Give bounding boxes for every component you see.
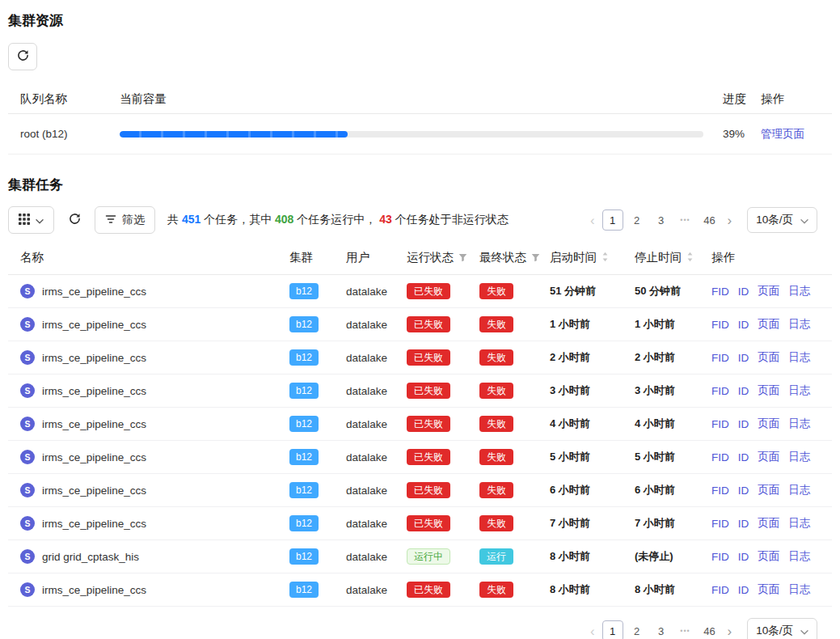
page-link[interactable]: 页面 xyxy=(758,582,779,597)
run-status-cell: 已失败 xyxy=(407,316,479,332)
pagination-page-2[interactable]: 2 xyxy=(627,209,648,231)
pagination-prev[interactable]: ‹ xyxy=(586,214,599,227)
cluster-badge: b12 xyxy=(289,383,319,399)
fid-link[interactable]: FID xyxy=(711,584,729,596)
page-link[interactable]: 页面 xyxy=(758,383,779,398)
task-name: irms_ce_pipeline_ccs xyxy=(42,385,146,397)
pagination-page-46[interactable]: 46 xyxy=(699,209,720,231)
pagination-prev[interactable]: ‹ xyxy=(586,624,599,638)
id-link[interactable]: ID xyxy=(738,418,749,430)
final-status-cell: 失败 xyxy=(479,316,550,332)
table-row: S irms_ce_pipeline_ccs b12 datalake 已失败 … xyxy=(8,408,832,441)
spark-avatar: S xyxy=(20,549,35,564)
task-name-cell: S irms_ce_pipeline_ccs xyxy=(20,417,289,431)
stop-time: 1 小时前 xyxy=(635,317,711,332)
col-final-status: 最终状态 xyxy=(479,250,550,265)
chevron-down-icon xyxy=(800,214,808,226)
id-link[interactable]: ID xyxy=(738,451,749,463)
start-time: 3 小时前 xyxy=(550,383,635,398)
page-link[interactable]: 页面 xyxy=(758,483,779,497)
spark-avatar: S xyxy=(20,350,35,365)
refresh-resources-button[interactable] xyxy=(8,43,37,70)
id-link[interactable]: ID xyxy=(738,485,749,497)
log-link[interactable]: 日志 xyxy=(788,450,810,464)
pagination-page-3[interactable]: 3 xyxy=(651,209,672,231)
page-link[interactable]: 页面 xyxy=(758,284,779,298)
id-link[interactable]: ID xyxy=(738,584,749,596)
task-name: irms_ce_pipeline_ccs xyxy=(42,485,146,497)
fid-link[interactable]: FID xyxy=(711,551,729,563)
log-link[interactable]: 日志 xyxy=(788,350,810,365)
log-link[interactable]: 日志 xyxy=(788,417,810,431)
sort-icon[interactable] xyxy=(602,252,609,264)
id-link[interactable]: ID xyxy=(738,385,749,397)
fid-link[interactable]: FID xyxy=(711,385,729,397)
table-row: S irms_ce_pipeline_ccs b12 datalake 已失败 … xyxy=(8,308,832,341)
filter-funnel-icon[interactable] xyxy=(458,252,467,264)
page-link[interactable]: 页面 xyxy=(758,549,779,564)
page-link[interactable]: 页面 xyxy=(758,350,779,365)
fid-link[interactable]: FID xyxy=(711,418,729,430)
filter-funnel-icon[interactable] xyxy=(531,252,540,264)
tasks-table-header: 名称 集群 用户 运行状态 最终状态 启动时间 停止时间 操作 xyxy=(8,241,832,275)
fid-link[interactable]: FID xyxy=(711,286,729,298)
task-name-cell: S irms_ce_pipeline_ccs xyxy=(20,516,289,531)
pagination-page-1[interactable]: 1 xyxy=(602,209,623,231)
page-size-select[interactable]: 10条/页 xyxy=(747,207,817,233)
manage-page-link[interactable]: 管理页面 xyxy=(761,128,804,140)
page-link[interactable]: 页面 xyxy=(758,450,779,464)
col-progress: 进度 xyxy=(716,91,761,107)
pagination-page-46[interactable]: 46 xyxy=(699,620,720,639)
run-status-badge: 已失败 xyxy=(407,416,450,432)
task-name-cell: S irms_ce_pipeline_ccs xyxy=(20,582,289,597)
fid-link[interactable]: FID xyxy=(711,352,729,364)
id-link[interactable]: ID xyxy=(738,551,749,563)
page-size-select[interactable]: 10条/页 xyxy=(747,618,817,639)
log-link[interactable]: 日志 xyxy=(788,284,810,298)
task-actions-cell: FID ID 页面 日志 xyxy=(711,582,832,597)
log-link[interactable]: 日志 xyxy=(788,483,810,497)
sort-icon[interactable] xyxy=(686,252,694,264)
log-link[interactable]: 日志 xyxy=(788,317,810,332)
col-resource-actions: 操作 xyxy=(761,91,832,107)
refresh-tasks-button[interactable] xyxy=(63,206,86,234)
pagination-ellipsis: ••• xyxy=(675,209,696,231)
id-link[interactable]: ID xyxy=(738,518,749,530)
id-link[interactable]: ID xyxy=(738,286,749,298)
start-time: 8 小时前 xyxy=(550,582,635,597)
log-link[interactable]: 日志 xyxy=(788,516,810,531)
task-name: irms_ce_pipeline_ccs xyxy=(42,418,146,430)
task-name: irms_ce_pipeline_ccs xyxy=(42,518,146,530)
layout-dropdown-button[interactable] xyxy=(8,206,54,234)
page-link[interactable]: 页面 xyxy=(758,417,779,431)
table-row: S grid grid_cptask_his b12 datalake 运行中 … xyxy=(8,540,832,573)
page-link[interactable]: 页面 xyxy=(758,317,779,332)
col-user: 用户 xyxy=(346,250,407,265)
log-link[interactable]: 日志 xyxy=(788,549,810,564)
spark-avatar: S xyxy=(20,483,35,497)
fid-link[interactable]: FID xyxy=(711,518,729,530)
cluster-badge: b12 xyxy=(289,416,319,432)
filter-button[interactable]: 筛选 xyxy=(95,206,155,234)
start-time: 2 小时前 xyxy=(550,350,635,365)
pagination-page-3[interactable]: 3 xyxy=(651,620,672,639)
fid-link[interactable]: FID xyxy=(711,451,729,463)
id-link[interactable]: ID xyxy=(738,352,749,364)
stop-time: 6 小时前 xyxy=(635,483,711,497)
id-link[interactable]: ID xyxy=(738,319,749,331)
fid-link[interactable]: FID xyxy=(711,485,729,497)
col-final-status-label: 最终状态 xyxy=(479,250,526,265)
run-status-badge: 已失败 xyxy=(407,582,450,598)
pagination-page-2[interactable]: 2 xyxy=(627,620,648,639)
task-user: datalake xyxy=(346,551,407,563)
page-link[interactable]: 页面 xyxy=(758,516,779,531)
summary-running-count: 408 xyxy=(275,213,293,226)
task-name: irms_ce_pipeline_ccs xyxy=(42,286,146,298)
log-link[interactable]: 日志 xyxy=(788,582,810,597)
log-link[interactable]: 日志 xyxy=(788,383,810,398)
pagination-next[interactable]: › xyxy=(724,214,737,227)
pagination-next[interactable]: › xyxy=(724,624,737,638)
fid-link[interactable]: FID xyxy=(711,319,729,331)
spark-avatar: S xyxy=(20,383,35,398)
pagination-page-1[interactable]: 1 xyxy=(602,620,623,639)
